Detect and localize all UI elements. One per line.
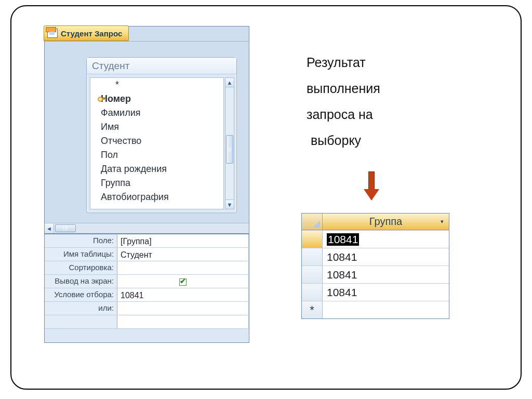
horizontal-scrollbar[interactable]: ◄ [45,223,249,233]
grid-cell-criteria[interactable]: 10841 [117,288,249,301]
annotation: Результат выполнения запроса на выборку [307,49,380,153]
grid-cell-sort[interactable] [117,261,249,274]
grid-cell-empty[interactable] [117,315,249,328]
result-row[interactable]: 10841 [302,265,449,283]
grid-label-empty [45,315,117,328]
grid-cell-show[interactable] [117,275,249,288]
query-tab[interactable]: Студент Запрос [44,25,129,41]
field-star[interactable]: * [90,78,223,92]
field-item[interactable]: Фамилия [90,106,223,120]
result-cell-empty[interactable] [323,301,449,318]
row-selector[interactable] [302,284,323,301]
new-row-marker: * [302,301,323,318]
grid-cell-table[interactable]: Студент [117,248,249,261]
field-item[interactable]: Пол [90,148,223,162]
tab-title: Студент Запрос [61,29,122,38]
annotation-line: выборку [307,127,380,153]
grid-cell-field[interactable]: [Группа] [117,234,249,247]
row-selector[interactable] [302,248,323,265]
select-all-corner[interactable] [302,214,323,230]
result-row[interactable]: 10841 [302,283,449,301]
scroll-left-icon[interactable]: ◄ [45,223,54,233]
result-row[interactable]: 10841 [302,248,449,265]
key-icon [98,96,105,103]
row-selector[interactable] [302,266,323,283]
scroll-down-icon[interactable]: ▼ [225,200,234,209]
field-item[interactable]: Автобиография [90,190,223,204]
annotation-line: Результат [307,49,380,75]
dropdown-icon[interactable]: ▾ [441,218,444,225]
scroll-thumb[interactable] [226,135,233,164]
column-header[interactable]: Группа ▾ [323,214,449,230]
hscroll-thumb[interactable] [55,224,76,232]
field-item[interactable]: Имя [90,120,223,134]
result-row[interactable]: 10841 [302,230,449,248]
grid-cell-or[interactable] [117,302,249,315]
grid-label-or: или: [45,302,117,315]
table-box[interactable]: Студент * Номер Фамилия Имя Отчество Пол… [86,57,237,213]
query-grid: Поле: [Группа] Имя таблицы: Студент Сорт… [45,233,249,342]
grid-label-sort: Сортировка: [45,261,117,274]
designer-upper-pane: Студент * Номер Фамилия Имя Отчество Пол… [45,41,249,233]
scroll-up-icon[interactable]: ▲ [225,78,234,87]
result-cell[interactable]: 10841 [323,266,449,283]
result-cell: 10841 [323,231,449,248]
result-new-row[interactable]: * [302,301,449,318]
row-selector[interactable] [302,231,323,248]
grid-label-show: Вывод на экран: [45,275,117,288]
column-header-label: Группа [369,216,402,228]
field-item[interactable]: Дата рождения [90,162,223,176]
field-pk[interactable]: Номер [90,92,223,106]
result-cell[interactable]: 10841 [323,284,449,301]
vertical-scrollbar[interactable]: ▲ ▼ [225,77,234,209]
grid-label-criteria: Условие отбора: [45,288,117,301]
show-checkbox[interactable] [179,278,187,286]
query-icon [47,29,58,38]
field-item[interactable]: Отчество [90,134,223,148]
grid-label-table: Имя таблицы: [45,248,117,261]
table-name: Студент [87,58,236,74]
result-datasheet: Группа ▾ 10841 10841 10841 10841 * [301,213,449,319]
arrow-down-icon [364,171,379,203]
field-item[interactable]: Группа [90,176,223,190]
annotation-line: запроса на [307,101,380,127]
annotation-line: выполнения [307,75,380,101]
grid-label-field: Поле: [45,234,117,247]
query-designer: Студент Запрос Студент * Номер Фамилия И… [44,26,249,343]
result-cell[interactable]: 10841 [323,248,449,265]
field-list[interactable]: * Номер Фамилия Имя Отчество Пол Дата ро… [90,77,224,209]
